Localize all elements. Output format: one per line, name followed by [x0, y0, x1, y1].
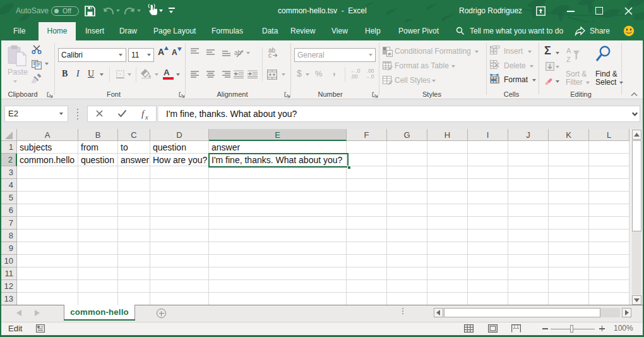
svg-text:Z: Z	[566, 56, 571, 63]
svg-text:c: c	[268, 52, 271, 58]
svg-text:A: A	[566, 47, 571, 54]
